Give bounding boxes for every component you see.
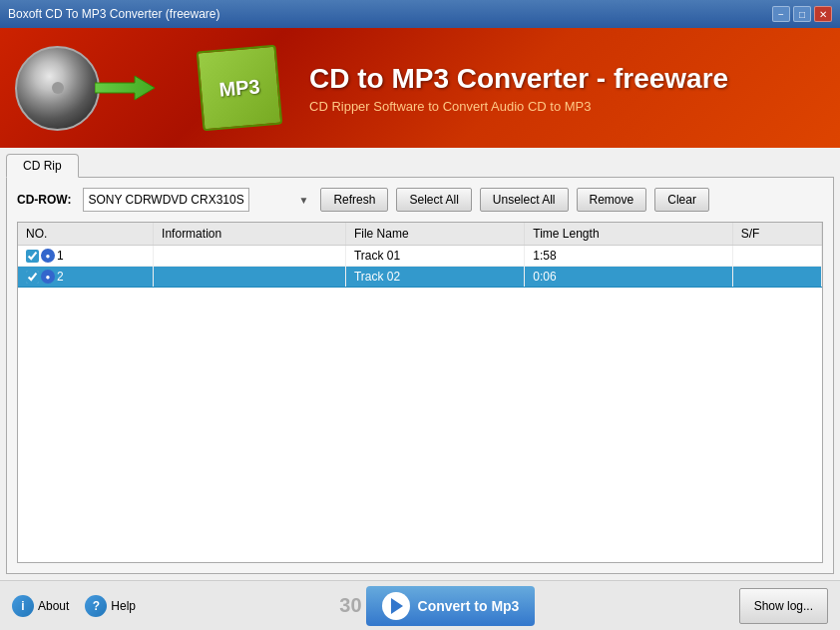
- convert-button[interactable]: Convert to Mp3: [366, 586, 536, 626]
- tab-cd-rip[interactable]: CD Rip: [6, 154, 79, 178]
- tracks-table-container: NO. Information File Name Time Length S/…: [17, 222, 823, 563]
- banner-subtitle: CD Ripper Software to Convert Audio CD t…: [309, 99, 840, 114]
- banner-logo: MP3: [0, 28, 289, 148]
- play-icon: [382, 592, 410, 620]
- col-header-info: Information: [154, 223, 346, 246]
- row-time-cell: 1:58: [525, 246, 732, 267]
- remove-button[interactable]: Remove: [577, 188, 647, 212]
- help-label: Help: [111, 599, 136, 613]
- tabs: CD Rip: [6, 154, 834, 177]
- main-window: MP3 CD to MP3 Converter - freeware CD Ri…: [0, 28, 840, 630]
- row-icon: ●: [41, 270, 55, 284]
- titlebar: Boxoft CD To MP3 Converter (freeware) − …: [0, 0, 840, 28]
- row-filename-cell: Track 01: [345, 246, 524, 267]
- col-header-no: NO.: [18, 223, 154, 246]
- col-header-time: Time Length: [525, 223, 732, 246]
- cdrow-select[interactable]: SONY CDRWDVD CRX310S: [83, 188, 249, 212]
- play-triangle-icon: [391, 598, 403, 614]
- help-icon: ?: [85, 595, 107, 617]
- select-arrow-icon: ▼: [299, 195, 309, 206]
- row-time-cell: 0:06: [525, 267, 732, 288]
- help-button[interactable]: ? Help: [85, 595, 136, 617]
- minimize-button[interactable]: −: [772, 6, 790, 22]
- cd-hole: [52, 82, 64, 94]
- unselect-all-button[interactable]: Unselect All: [480, 188, 569, 212]
- controls-row: CD-ROW: SONY CDRWDVD CRX310S ▼ Refresh S…: [17, 188, 823, 212]
- main-panel: CD-ROW: SONY CDRWDVD CRX310S ▼ Refresh S…: [6, 177, 834, 574]
- softpedia-logo: 30: [339, 594, 361, 617]
- row-checkbox[interactable]: [26, 250, 39, 263]
- close-button[interactable]: ✕: [814, 6, 832, 22]
- banner-title: CD to MP3 Converter - freeware: [309, 63, 840, 95]
- col-header-filename: File Name: [345, 223, 524, 246]
- convert-label: Convert to Mp3: [418, 598, 520, 614]
- row-info-cell: [154, 246, 346, 267]
- cd-disc-icon: [15, 46, 100, 131]
- content-area: CD Rip CD-ROW: SONY CDRWDVD CRX310S ▼ Re…: [0, 148, 840, 580]
- refresh-button[interactable]: Refresh: [320, 188, 388, 212]
- mp3-box: MP3: [197, 45, 283, 132]
- cdrow-label: CD-ROW:: [17, 193, 71, 207]
- row-sf-cell: [732, 267, 821, 288]
- row-sf-cell: [732, 246, 821, 267]
- arrow-svg: [95, 68, 155, 108]
- show-log-button[interactable]: Show log...: [739, 588, 828, 624]
- titlebar-buttons: − □ ✕: [772, 6, 832, 22]
- row-icon: ●: [41, 249, 55, 263]
- select-all-button[interactable]: Select All: [396, 188, 471, 212]
- svg-marker-0: [95, 76, 155, 100]
- row-no-cell: ●1: [18, 246, 154, 267]
- table-header-row: NO. Information File Name Time Length S/…: [18, 223, 822, 246]
- footer: i About ? Help 30 Convert to Mp3 Show lo…: [0, 580, 840, 630]
- tracks-table: NO. Information File Name Time Length S/…: [18, 223, 822, 288]
- row-checkbox[interactable]: [26, 271, 39, 284]
- table-row[interactable]: ●2Track 020:06: [18, 267, 822, 288]
- banner: MP3 CD to MP3 Converter - freeware CD Ri…: [0, 28, 840, 148]
- row-info-cell: [154, 267, 346, 288]
- row-no-cell: ●2: [18, 267, 154, 288]
- row-filename-cell: Track 02: [345, 267, 524, 288]
- arrow-icon: [95, 68, 155, 108]
- maximize-button[interactable]: □: [793, 6, 811, 22]
- banner-text: CD to MP3 Converter - freeware CD Ripper…: [289, 63, 840, 114]
- cdrow-select-wrapper: SONY CDRWDVD CRX310S ▼: [83, 188, 312, 212]
- about-button[interactable]: i About: [12, 595, 69, 617]
- window-title: Boxoft CD To MP3 Converter (freeware): [8, 7, 220, 21]
- info-icon: i: [12, 595, 34, 617]
- col-header-sf: S/F: [732, 223, 821, 246]
- clear-button[interactable]: Clear: [654, 188, 709, 212]
- about-label: About: [38, 599, 69, 613]
- table-row[interactable]: ●1Track 011:58: [18, 246, 822, 267]
